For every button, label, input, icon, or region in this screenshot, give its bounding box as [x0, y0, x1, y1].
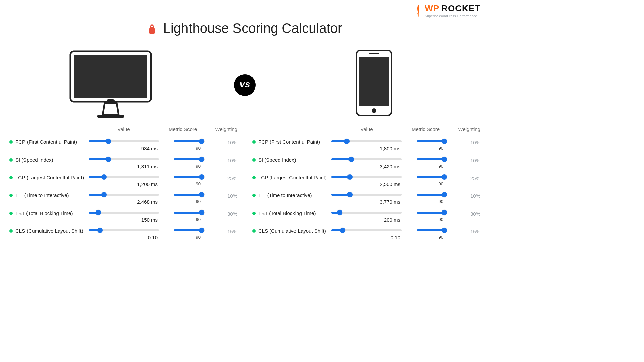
slider[interactable]	[89, 157, 159, 162]
status-dot-icon	[9, 194, 13, 197]
slider[interactable]	[417, 139, 447, 144]
metric-weight: 10%	[207, 192, 237, 199]
slider[interactable]	[89, 175, 159, 179]
svg-rect-7	[359, 57, 389, 106]
metric-label: TBT (Total Blocking Time)	[9, 209, 87, 216]
metric-value: 2,468 ms	[137, 199, 159, 205]
brand-wp: WP	[425, 3, 439, 14]
slider[interactable]	[331, 228, 402, 233]
slider[interactable]	[331, 210, 402, 215]
status-dot-icon	[252, 176, 256, 179]
metric-label: FCP (First Contentful Paint)	[9, 138, 87, 145]
metric-score: 90	[439, 164, 447, 169]
status-dot-icon	[9, 176, 13, 179]
slider[interactable]	[417, 175, 447, 179]
slider[interactable]	[89, 139, 159, 144]
slider[interactable]	[417, 228, 447, 233]
vs-badge: VS	[234, 74, 256, 96]
mobile-icon	[356, 49, 392, 116]
metric-weight: 30%	[207, 209, 237, 217]
slider[interactable]	[89, 210, 159, 215]
metric-label: CLS (Cumulative Layout Shift)	[9, 227, 87, 234]
metric-label: TTI (Time to Interactive)	[252, 192, 329, 198]
slider[interactable]	[174, 139, 205, 144]
page-title: Lighthouse Scoring Calculator	[0, 21, 490, 36]
col-weight: Weighting	[449, 126, 480, 132]
col-score: Metric Score	[161, 126, 205, 132]
metric-name: FCP (First Contentful Paint)	[258, 139, 320, 145]
slider[interactable]	[174, 175, 205, 179]
metric-value: 3,770 ms	[380, 199, 402, 205]
metric-name: TBT (Total Blocking Time)	[258, 210, 316, 216]
metric-name: TTI (Time to Interactive)	[258, 192, 312, 198]
metric-score: 90	[196, 146, 205, 151]
mobile-metrics: FCP (First Contentful Paint) 1,800 ms 90…	[252, 135, 480, 242]
slider[interactable]	[331, 157, 402, 162]
slider[interactable]	[174, 210, 205, 215]
metric-score: 90	[196, 181, 205, 186]
metric-row: LCP (Largest Contentful Paint) 2,500 ms …	[252, 171, 480, 188]
metric-row: SI (Speed Index) 1,311 ms 90 10%	[9, 153, 237, 171]
metric-row: FCP (First Contentful Paint) 934 ms 90 1…	[9, 135, 237, 153]
col-score: Metric Score	[404, 126, 447, 132]
slider[interactable]	[89, 228, 159, 233]
status-dot-icon	[9, 140, 13, 144]
metric-score: 90	[439, 199, 447, 204]
metric-value: 934 ms	[141, 146, 159, 152]
slider[interactable]	[174, 192, 205, 197]
metric-row: CLS (Cumulative Layout Shift) 0.10 90 15…	[252, 224, 480, 242]
svg-rect-9	[369, 53, 379, 54]
metric-label: SI (Speed Index)	[252, 156, 329, 163]
metric-name: CLS (Cumulative Layout Shift)	[15, 228, 83, 234]
metric-row: TBT (Total Blocking Time) 150 ms 90 30%	[9, 206, 237, 224]
metric-weight: 15%	[449, 227, 480, 234]
slider[interactable]	[331, 175, 402, 179]
slider[interactable]	[89, 192, 159, 197]
metric-label: TBT (Total Blocking Time)	[252, 209, 329, 216]
metric-value: 0.10	[391, 235, 402, 240]
rocket-icon	[414, 4, 423, 17]
metric-label: CLS (Cumulative Layout Shift)	[252, 227, 329, 234]
metric-value: 1,200 ms	[137, 181, 159, 187]
svg-rect-5	[97, 115, 124, 118]
metric-row: TTI (Time to Interactive) 2,468 ms 90 10…	[9, 188, 237, 206]
metric-name: LCP (Largest Contentful Paint)	[258, 175, 327, 180]
metric-value: 2,500 ms	[380, 181, 402, 187]
metric-label: LCP (Largest Contentful Paint)	[9, 174, 87, 180]
status-dot-icon	[252, 194, 256, 197]
metric-weight: 10%	[207, 138, 237, 145]
slider[interactable]	[417, 157, 447, 162]
svg-rect-3	[74, 55, 147, 98]
slider[interactable]	[331, 192, 402, 197]
slider[interactable]	[417, 192, 447, 197]
metric-name: SI (Speed Index)	[258, 157, 296, 163]
desktop-panel: Value Metric Score Weighting FCP (First …	[9, 126, 237, 242]
status-dot-icon	[9, 229, 13, 233]
status-dot-icon	[9, 212, 13, 215]
metric-weight: 10%	[449, 138, 480, 145]
slider[interactable]	[174, 157, 205, 162]
status-dot-icon	[9, 158, 13, 162]
metric-name: TBT (Total Blocking Time)	[15, 210, 73, 216]
status-dot-icon	[252, 158, 256, 162]
metric-label: FCP (First Contentful Paint)	[252, 138, 329, 145]
slider[interactable]	[174, 228, 205, 233]
metric-row: TBT (Total Blocking Time) 200 ms 90 30%	[252, 206, 480, 224]
svg-point-4	[107, 99, 115, 102]
metric-label: SI (Speed Index)	[9, 156, 87, 163]
metric-score: 90	[196, 199, 205, 204]
lighthouse-icon	[148, 24, 156, 34]
table-header: Value Metric Score Weighting	[252, 126, 480, 135]
svg-rect-1	[151, 26, 153, 27]
slider[interactable]	[417, 210, 447, 215]
metric-value: 1,311 ms	[137, 164, 159, 169]
brand-logo: WP ROCKET Superior WordPress Performance	[414, 3, 480, 18]
metric-weight: 10%	[449, 192, 480, 199]
slider[interactable]	[331, 139, 402, 144]
svg-point-8	[372, 108, 376, 113]
metric-name: TTI (Time to Interactive)	[15, 192, 69, 198]
metric-score: 90	[439, 217, 447, 222]
metric-row: SI (Speed Index) 3,420 ms 90 10%	[252, 153, 480, 171]
metric-label: LCP (Largest Contentful Paint)	[252, 174, 329, 180]
metric-value: 200 ms	[384, 217, 402, 223]
